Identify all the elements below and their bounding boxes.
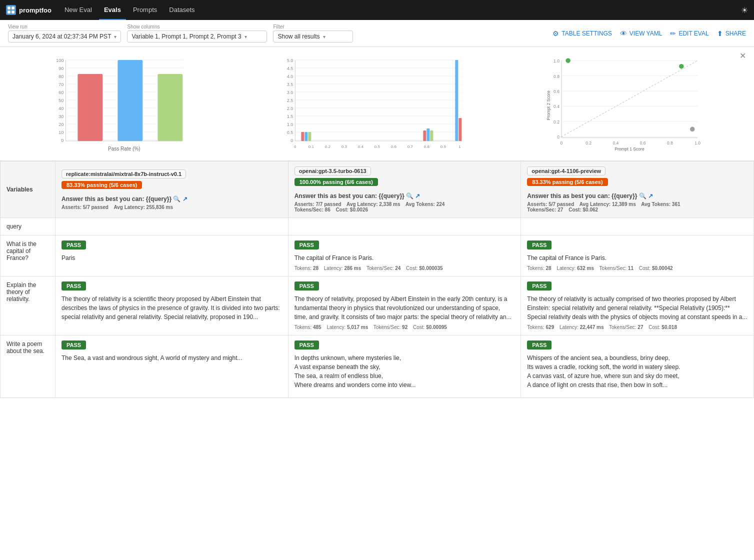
meta-3: Asserts: 5/7 passed Avg Latency: 12,389 … [527, 202, 748, 212]
meta-france-2: Tokens: 28 Latency: 286 ms Tokens/Sec: 2… [294, 266, 515, 271]
chevron-down-icon2: ▾ [244, 34, 247, 40]
scatter-point [679, 64, 684, 69]
var-cell-relativity: Explain the theory of relativity. [0, 276, 56, 336]
output-france-1: PASS Paris [56, 236, 288, 276]
svg-text:4.5: 4.5 [286, 66, 293, 71]
pencil-icon: ✏ [670, 30, 676, 38]
svg-text:30: 30 [58, 114, 64, 119]
svg-line-97 [562, 60, 698, 136]
svg-text:1: 1 [458, 144, 461, 149]
view-run-group: View run January 6, 2024 at 02:37:34 PM … [8, 24, 121, 42]
svg-text:90: 90 [58, 66, 64, 71]
svg-text:Prompt 2 Score: Prompt 2 Score [546, 90, 551, 120]
view-run-select[interactable]: January 6, 2024 at 02:37:34 PM PST ▾ [8, 30, 121, 42]
svg-rect-67 [301, 132, 304, 141]
pass-badge-relativity-1: PASS [62, 282, 86, 290]
result-text-relativity-1: The theory of relativity is a scientific… [62, 294, 282, 322]
view-yaml-button[interactable]: 👁 VIEW YAML [620, 30, 662, 38]
meta-relativity-3: Tokens: 629 Latency: 22,447 ms Tokens/Se… [527, 324, 748, 330]
svg-text:10: 10 [58, 130, 64, 135]
output-query-1 [56, 218, 288, 236]
svg-text:100: 100 [56, 58, 64, 63]
svg-rect-72 [430, 130, 433, 141]
show-columns-label: Show columns [127, 24, 267, 30]
svg-text:0.1: 0.1 [308, 144, 314, 149]
show-columns-value: Variable 1, Prompt 1, Prompt 2, Prompt 3 [132, 33, 241, 40]
score-distribution-chart: 5.0 4.5 4.0 3.5 3.0 2.5 2.0 1.5 1.0 0.5 … [258, 53, 497, 154]
logo-icon [6, 5, 16, 15]
svg-text:1.0: 1.0 [695, 140, 701, 146]
filter-value: Show all results [278, 33, 320, 40]
nav-prompts[interactable]: Prompts [128, 0, 162, 20]
logo: promptfoo [6, 5, 52, 15]
output-sea-2: PASS In depths unknown, where mysteries … [288, 336, 521, 398]
svg-text:0: 0 [290, 138, 293, 143]
result-text-france-1: Paris [62, 254, 282, 262]
svg-rect-71 [426, 128, 430, 141]
theme-toggle-button[interactable]: ☀ [741, 6, 748, 15]
prompt-text-2: Answer this as best you can: {{query}} 🔍… [294, 192, 515, 200]
svg-text:0.2: 0.2 [586, 140, 592, 146]
pass-badge-france-2: PASS [294, 240, 319, 250]
pass-badge-sea-1: PASS [62, 340, 86, 350]
svg-text:0: 0 [294, 144, 296, 149]
table-settings-button[interactable]: ⚙ TABLE SETTINGS [552, 30, 612, 38]
svg-text:0.7: 0.7 [407, 144, 413, 149]
pass-badge-france-3: PASS [527, 240, 552, 250]
model-badge-1: replicate:mistralai/mixtral-8x7b-instruc… [62, 170, 186, 178]
output-relativity-3: PASS The theory of relativity is actuall… [521, 276, 754, 336]
svg-rect-70 [423, 130, 426, 141]
result-text-sea-3: Whispers of the ancient sea, a boundless… [527, 354, 748, 390]
prompt-text-1: Answer this as best you can: {{query}} 🔍… [62, 196, 282, 202]
score-dist-svg: 5.0 4.5 4.0 3.5 3.0 2.5 2.0 1.5 1.0 0.5 … [258, 53, 497, 153]
nav-new-eval[interactable]: New Eval [60, 0, 97, 20]
svg-text:Prompt 1 Score: Prompt 1 Score [615, 146, 645, 152]
open-link-icon-1[interactable]: ↗ [182, 196, 188, 202]
open-link-icon-2[interactable]: ↗ [415, 192, 420, 200]
pass-badge-sea-3: PASS [527, 340, 552, 350]
svg-text:0.6: 0.6 [554, 89, 560, 94]
svg-text:0.5: 0.5 [286, 130, 293, 135]
meta-1: Asserts: 5/7 passed Avg Latency: 255,836… [62, 204, 282, 210]
svg-text:0.8: 0.8 [667, 140, 673, 146]
logo-text: promptfoo [19, 6, 52, 14]
pass-rate-chart: 100 90 80 70 60 50 40 30 20 10 0 [8, 53, 248, 154]
svg-rect-74 [458, 118, 462, 141]
svg-rect-29 [118, 60, 142, 141]
svg-text:0.2: 0.2 [324, 144, 330, 149]
prompt-text-3: Answer this as best you can: {{query}} 🔍… [527, 192, 748, 200]
svg-rect-1 [12, 6, 14, 10]
nav-datasets[interactable]: Datasets [164, 0, 200, 20]
svg-text:40: 40 [58, 106, 64, 111]
pass-badge-france-1: PASS [62, 240, 86, 250]
open-link-icon-3[interactable]: ↗ [648, 192, 653, 200]
svg-text:4.0: 4.0 [286, 74, 293, 79]
edit-eval-button[interactable]: ✏ EDIT EVAL [670, 30, 708, 38]
filter-group: Filter Show all results ▾ [273, 24, 353, 42]
svg-text:5.0: 5.0 [286, 58, 293, 63]
scatter-point [690, 127, 695, 132]
output-relativity-2: PASS The theory of relativity, proposed … [288, 276, 521, 336]
results-table-wrapper: Variables replicate:mistralai/mixtral-8x… [0, 161, 754, 398]
svg-text:0.4: 0.4 [554, 104, 560, 109]
meta-relativity-2: Tokens: 485 Latency: 5,017 ms Tokens/Sec… [294, 324, 515, 330]
close-chart-button[interactable]: ✕ [740, 51, 746, 60]
output-france-2: PASS The capital of France is Paris. Tok… [288, 236, 521, 276]
share-icon: ⬆ [717, 30, 723, 38]
filter-select[interactable]: Show all results ▾ [273, 30, 353, 42]
svg-text:1.5: 1.5 [286, 114, 293, 119]
svg-text:2.5: 2.5 [286, 98, 293, 103]
view-run-value: January 6, 2024 at 02:37:34 PM PST [12, 33, 111, 40]
toolbar-actions: ⚙ TABLE SETTINGS 👁 VIEW YAML ✏ EDIT EVAL… [552, 30, 746, 38]
show-columns-select[interactable]: Variable 1, Prompt 1, Prompt 2, Prompt 3… [127, 30, 267, 42]
eye-icon: 👁 [620, 30, 627, 38]
var-cell-sea: Write a poem about the sea. [0, 336, 56, 398]
share-button[interactable]: ⬆ SHARE [717, 30, 746, 38]
svg-text:0.3: 0.3 [341, 144, 347, 149]
svg-text:0: 0 [558, 134, 560, 140]
svg-text:0: 0 [560, 140, 563, 146]
svg-text:0.6: 0.6 [390, 144, 396, 149]
col-variables: Variables [0, 162, 56, 218]
nav-evals[interactable]: Evals [99, 0, 126, 20]
table-row-france: What is the capital of France? PASS Pari… [0, 236, 754, 276]
